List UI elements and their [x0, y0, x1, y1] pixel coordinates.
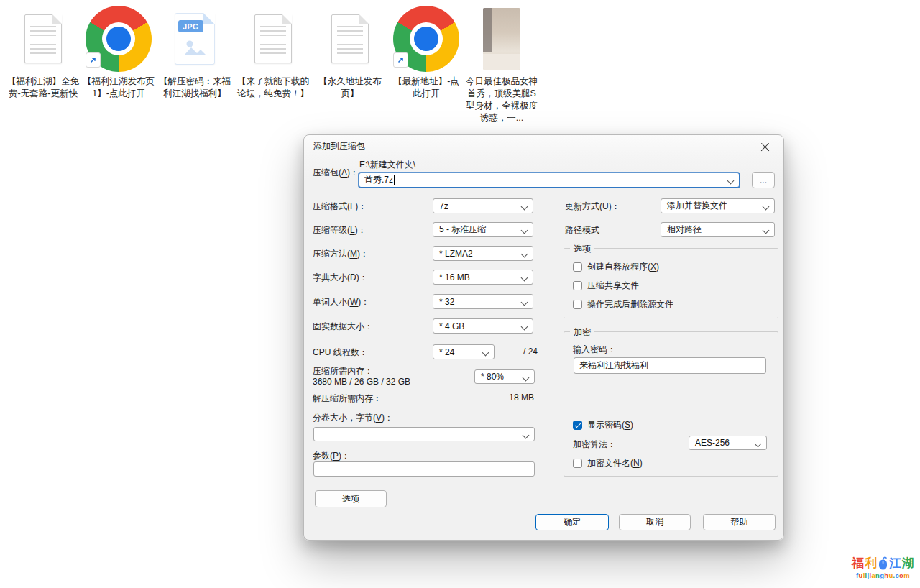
- options-group-title: 选项: [570, 243, 594, 255]
- close-button[interactable]: [752, 138, 778, 156]
- format-label: 压缩格式(F)：: [313, 201, 367, 213]
- solid-select[interactable]: * 4 GB: [433, 318, 533, 334]
- desktop-icon-label: 【最新地址】-点此打开: [389, 75, 464, 100]
- text-file-icon: [24, 14, 62, 63]
- show-password-checkbox-row[interactable]: 显示密码(S): [573, 419, 633, 431]
- chevron-down-icon: [521, 298, 528, 306]
- shortcut-arrow-icon: [393, 52, 408, 68]
- volume-combo[interactable]: [313, 427, 535, 441]
- desktop-icon-photo[interactable]: 今日最佳极品女神首秀，顶级美腿S型身材，全裸极度诱惑，一...: [464, 6, 539, 124]
- checkbox-unchecked[interactable]: [573, 281, 582, 290]
- desktop-icon-chrome1[interactable]: 【福利江湖发布页1】-点此打开: [81, 6, 156, 100]
- watermark-url: fulijianghu.com: [852, 571, 914, 579]
- word-select[interactable]: * 32: [433, 294, 533, 309]
- create-sfx-checkbox-row[interactable]: 创建自释放程序(X): [573, 261, 659, 273]
- memory-detail: 3680 MB / 26 GB / 32 GB: [313, 377, 410, 387]
- add-to-archive-dialog: 添加到压缩包 压缩包(A)： E:\新建文件夹\ 首秀.7z ... 压缩格式(…: [303, 134, 784, 541]
- method-select[interactable]: * LZMA2: [433, 246, 533, 261]
- brand-char: 福: [852, 555, 864, 571]
- desktop-icon-label: 【福利江湖发布页1】-点此打开: [81, 75, 156, 100]
- archive-path: E:\新建文件夹\: [359, 159, 415, 171]
- desktop-icon-chrome2[interactable]: 【最新地址】-点此打开: [389, 6, 464, 100]
- checkbox-label: 压缩共享文件: [587, 280, 639, 292]
- cancel-button[interactable]: 取消: [619, 514, 691, 530]
- mouse-icon: [878, 556, 888, 570]
- desktop-icon-label: 【来了就能下载的论坛，纯免费！】: [236, 75, 310, 100]
- cpu-select[interactable]: * 24: [433, 344, 494, 359]
- help-button[interactable]: 帮助: [703, 514, 776, 530]
- desktop-icon-label: 【福利江湖】全免费-无套路-更新快: [6, 75, 80, 100]
- desktop-icon-label: 【永久地址发布页】: [313, 75, 387, 100]
- checkbox-label: 显示密码(S): [587, 419, 633, 431]
- word-label: 单词大小(W)：: [313, 296, 369, 308]
- dict-select[interactable]: * 16 MB: [433, 270, 533, 285]
- dict-label: 字典大小(D)：: [313, 272, 368, 284]
- desktop-icon-label: 【解压密码：来福利江湖找福利】: [157, 75, 232, 100]
- password-input[interactable]: 来福利江湖找福利: [574, 357, 766, 374]
- level-select[interactable]: 5 - 标准压缩: [433, 222, 533, 237]
- page-fold: [359, 14, 369, 24]
- chevron-down-icon: [523, 374, 530, 381]
- photo-thumbnail: [483, 8, 520, 70]
- brand-char: 湖: [902, 555, 914, 571]
- checkbox-label: 创建自释放程序(X): [587, 261, 659, 273]
- path-mode-label: 路径模式: [565, 224, 599, 236]
- cpu-label: CPU 线程数：: [313, 346, 368, 359]
- chevron-down-icon: [521, 250, 528, 257]
- chevron-down-icon: [727, 177, 735, 184]
- chevron-down-icon: [521, 274, 528, 281]
- chevron-down-icon: [763, 226, 770, 234]
- checkbox-checked[interactable]: [573, 421, 582, 430]
- path-mode-select[interactable]: 相对路径: [661, 222, 775, 237]
- desktop-icon-jpg[interactable]: JPG 【解压密码：来福利江湖找福利】: [157, 6, 232, 100]
- delete-after-checkbox-row[interactable]: 操作完成后删除源文件: [573, 298, 673, 311]
- params-input[interactable]: [313, 461, 535, 477]
- update-mode-label: 更新方式(U)：: [565, 201, 620, 213]
- chevron-down-icon: [523, 431, 530, 438]
- watermark-brand: 福 利 江 湖: [852, 555, 914, 571]
- text-file-icon: [331, 14, 369, 63]
- shortcut-arrow-icon: [86, 52, 101, 68]
- page-fold: [52, 14, 62, 24]
- jpg-file-icon: JPG: [175, 13, 215, 65]
- desktop-icon-doc1[interactable]: 【福利江湖】全免费-无套路-更新快: [6, 6, 80, 100]
- jpg-badge: JPG: [178, 20, 203, 32]
- compress-shared-checkbox-row[interactable]: 压缩共享文件: [573, 280, 639, 292]
- archive-name-input[interactable]: 首秀.7z: [359, 173, 740, 188]
- solid-label: 固实数据大小：: [313, 321, 373, 333]
- text-caret: [394, 175, 395, 185]
- image-glyph-icon: [183, 40, 207, 57]
- encryption-method-select[interactable]: AES-256: [689, 436, 767, 450]
- encryption-group-title: 加密: [570, 326, 594, 339]
- chevron-down-icon: [482, 349, 489, 356]
- text-lines: [30, 22, 56, 57]
- browse-button[interactable]: ...: [752, 172, 775, 188]
- site-watermark: 福 利 江 湖 fulijianghu.com: [852, 555, 914, 579]
- encryption-group: 加密 输入密码： 来福利江湖找福利 显示密码(S) 加密算法： AES-256 …: [564, 331, 778, 477]
- memory-percent-select[interactable]: * 80%: [474, 369, 535, 384]
- close-icon: [760, 142, 770, 152]
- options-button[interactable]: 选项: [315, 490, 387, 507]
- checkbox-label: 加密文件名(N): [587, 457, 643, 469]
- volume-label: 分卷大小，字节(V)：: [313, 412, 393, 424]
- update-mode-select[interactable]: 添加并替换文件: [661, 198, 775, 213]
- checkbox-unchecked[interactable]: [573, 262, 582, 272]
- dialog-title: 添加到压缩包: [313, 140, 365, 152]
- chevron-down-icon: [521, 323, 528, 330]
- options-group: 选项 创建自释放程序(X) 压缩共享文件 操作完成后删除源文件: [564, 248, 778, 318]
- chevron-down-icon: [521, 226, 528, 234]
- desktop-icon-label: 今日最佳极品女神首秀，顶级美腿S型身材，全裸极度诱惑，一...: [464, 75, 539, 124]
- checkbox-unchecked[interactable]: [573, 300, 582, 309]
- encrypt-names-checkbox-row[interactable]: 加密文件名(N): [573, 457, 643, 469]
- memory-label: 压缩所需内存：: [313, 365, 373, 377]
- cpu-max: / 24: [509, 346, 538, 357]
- checkbox-unchecked[interactable]: [573, 459, 582, 468]
- brand-char: 江: [889, 555, 901, 571]
- chevron-down-icon: [521, 203, 528, 210]
- text-file-icon: [254, 14, 292, 63]
- ok-button[interactable]: 确定: [535, 514, 609, 530]
- params-label: 参数(P)：: [313, 450, 350, 462]
- desktop-icon-doc3[interactable]: 【永久地址发布页】: [313, 6, 387, 100]
- format-select[interactable]: 7z: [433, 198, 533, 213]
- desktop-icon-doc2[interactable]: 【来了就能下载的论坛，纯免费！】: [236, 6, 310, 100]
